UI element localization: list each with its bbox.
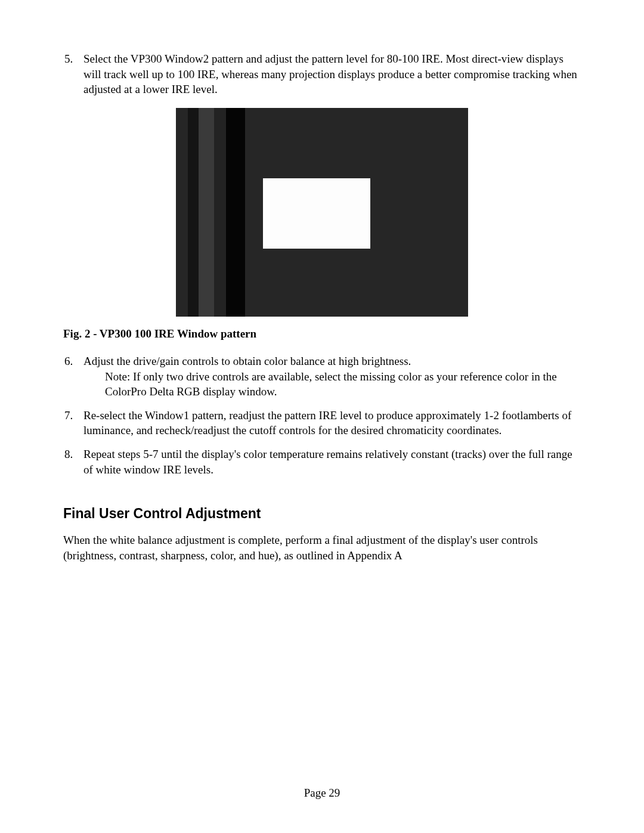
ramp-bar [176,108,188,317]
list-text-note: Note: If only two drive controls are ava… [83,369,581,400]
white-window [263,178,370,249]
instruction-list-continued: 6. Adjust the drive/gain controls to obt… [63,354,581,477]
list-text: Repeat steps 5-7 until the display's col… [83,447,581,477]
section-heading: Final User Control Adjustment [63,506,581,522]
list-number: 8. [63,447,83,462]
list-number: 6. [63,354,83,369]
list-item: 7. Re-select the Window1 pattern, readju… [63,408,581,438]
list-text: Select the VP300 Window2 pattern and adj… [83,51,581,97]
list-text-main: Adjust the drive/gain controls to obtain… [83,355,411,367]
list-item: 8. Repeat steps 5-7 until the display's … [63,447,581,477]
ramp-bar [199,108,214,317]
figure-caption: Fig. 2 - VP300 100 IRE Window pattern [63,327,581,340]
page-number: Page 29 [0,786,644,800]
ire-window-pattern-figure [176,108,468,317]
ramp-bar [226,108,245,317]
body-paragraph: When the white balance adjustment is com… [63,532,581,563]
list-text: Adjust the drive/gain controls to obtain… [83,354,581,400]
document-page: 5. Select the VP300 Window2 pattern and … [0,0,644,563]
figure-container [63,108,581,317]
ramp-bar [214,108,226,317]
list-number: 5. [63,51,83,67]
list-text: Re-select the Window1 pattern, readjust … [83,408,581,438]
ramp-bar [188,108,199,317]
list-number: 7. [63,408,83,423]
instruction-list: 5. Select the VP300 Window2 pattern and … [63,51,581,97]
list-item: 6. Adjust the drive/gain controls to obt… [63,354,581,400]
list-item: 5. Select the VP300 Window2 pattern and … [63,51,581,97]
pattern-field [245,108,468,317]
